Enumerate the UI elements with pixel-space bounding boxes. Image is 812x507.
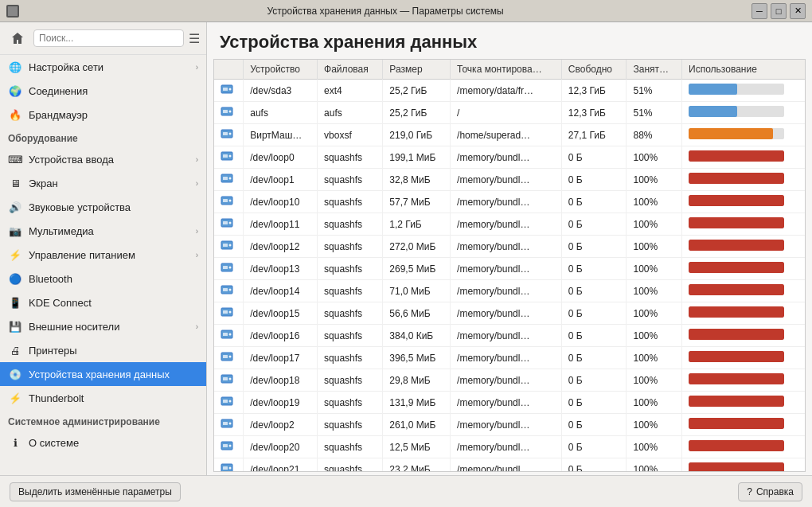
thunderbolt-icon: ⚡ <box>8 391 22 405</box>
device-cell: /dev/sda3 <box>244 80 318 102</box>
table-row[interactable]: /dev/loop12squashfs272,0 МиБ/memory/bund… <box>214 236 805 258</box>
device-type-icon <box>214 102 244 124</box>
sidebar-item-display[interactable]: 🖥Экран› <box>0 171 206 195</box>
table-row[interactable]: /dev/loop18squashfs29,8 МиБ/memory/bundl… <box>214 369 805 392</box>
sidebar-item-power[interactable]: ⚡Управление питанием› <box>0 243 206 267</box>
table-row[interactable]: /dev/loop20squashfs12,5 МиБ/memory/bundl… <box>214 436 805 458</box>
sidebar-item-printers[interactable]: 🖨Принтеры <box>0 338 206 362</box>
table-row[interactable]: /dev/loop14squashfs71,0 МиБ/memory/bundl… <box>214 280 805 302</box>
sidebar-item-connections[interactable]: 🌍Соединения <box>0 79 206 103</box>
column-header[interactable]: Устройство <box>244 60 318 80</box>
usage-bar <box>689 284 784 295</box>
usage-bar-cell <box>682 347 805 369</box>
column-header[interactable]: Занят… <box>627 60 682 80</box>
table-row[interactable]: /dev/loop10squashfs57,7 МиБ/memory/bundl… <box>214 191 805 213</box>
column-header[interactable]: Размер <box>383 60 451 80</box>
table-row[interactable]: ВиртМаш…vboxsf219,0 ГиБ/home/superad…27,… <box>214 124 805 146</box>
device-cell: /dev/loop19 <box>244 392 318 414</box>
table-row[interactable]: /dev/loop13squashfs269,5 МиБ/memory/bund… <box>214 258 805 280</box>
free-cell: 0 Б <box>561 325 627 347</box>
used-cell: 100% <box>627 191 682 213</box>
device-type-icon <box>214 236 244 258</box>
column-header[interactable] <box>214 60 244 80</box>
maximize-button[interactable]: □ <box>771 3 787 19</box>
usage-bar <box>689 329 784 340</box>
usage-bar-cell <box>682 302 805 325</box>
size-cell: 199,1 МиБ <box>383 146 451 169</box>
table-row[interactable]: /dev/loop15squashfs56,6 МиБ/memory/bundl… <box>214 302 805 325</box>
free-cell: 0 Б <box>561 236 627 258</box>
search-input[interactable] <box>33 29 184 47</box>
svg-point-48 <box>229 423 232 425</box>
sidebar-item-about[interactable]: ℹО системе <box>0 431 206 454</box>
column-header[interactable]: Свободно <box>561 60 627 80</box>
device-cell: /dev/loop11 <box>244 213 318 236</box>
free-cell: 12,3 ГиБ <box>561 102 627 124</box>
help-button[interactable]: ? Справка <box>738 482 802 501</box>
used-cell: 51% <box>627 80 682 102</box>
highlight-changes-button[interactable]: Выделить изменённые параметры <box>10 482 181 501</box>
sidebar-item-label: Устройства хранения данных <box>29 369 198 380</box>
usage-bar-container <box>689 84 784 95</box>
size-cell: 261,0 МиБ <box>383 414 451 436</box>
table-row[interactable]: /dev/loop11squashfs1,2 ГиБ/memory/bundl…… <box>214 213 805 236</box>
titlebar: Устройства хранения данных — Параметры с… <box>0 0 812 22</box>
storage-table-container[interactable]: УстройствоФайловаяРазмерТочка монтирова…… <box>213 59 806 472</box>
svg-rect-23 <box>223 244 228 247</box>
table-row[interactable]: /dev/loop21squashfs23,2 МиБ/memory/bundl… <box>214 458 805 473</box>
usage-bar-container <box>689 284 784 295</box>
size-cell: 272,0 МиБ <box>383 236 451 258</box>
sidebar-item-storage[interactable]: 💿Устройства хранения данных <box>0 362 206 386</box>
minimize-button[interactable]: ─ <box>751 3 767 19</box>
size-cell: 29,8 МиБ <box>383 369 451 392</box>
sidebar-item-kde-connect[interactable]: 📱KDE Connect <box>0 291 206 314</box>
about-icon: ℹ <box>8 435 22 450</box>
mount-cell: /memory/bundl… <box>451 258 562 280</box>
hamburger-button[interactable]: ☰ <box>189 31 200 46</box>
mount-cell: /memory/bundl… <box>451 347 562 369</box>
sidebar-item-thunderbolt[interactable]: ⚡Thunderbolt <box>0 386 206 410</box>
column-header[interactable]: Файловая <box>318 60 383 80</box>
usage-bar <box>689 351 784 362</box>
table-row[interactable]: aufsaufs25,2 ГиБ/12,3 ГиБ51% <box>214 102 805 124</box>
table-row[interactable]: /dev/loop17squashfs396,5 МиБ/memory/bund… <box>214 347 805 369</box>
fs-cell: squashfs <box>318 414 383 436</box>
sidebar-item-label: Принтеры <box>29 345 198 357</box>
column-header[interactable]: Точка монтирова… <box>451 60 562 80</box>
svg-rect-44 <box>223 400 228 403</box>
table-row[interactable]: /dev/loop16squashfs384,0 КиБ/memory/bund… <box>214 325 805 347</box>
table-row[interactable]: /dev/loop19squashfs131,9 МиБ/memory/bund… <box>214 392 805 414</box>
home-button[interactable] <box>6 27 29 49</box>
table-row[interactable]: /dev/loop0squashfs199,1 МиБ/memory/bundl… <box>214 146 805 169</box>
device-cell: /dev/loop20 <box>244 436 318 458</box>
sidebar-item-audio[interactable]: 🔊Звуковые устройства <box>0 195 206 219</box>
audio-icon: 🔊 <box>8 200 22 214</box>
usage-bar-cell <box>682 458 805 473</box>
mount-cell: /memory/bundl… <box>451 414 562 436</box>
sidebar-item-bluetooth[interactable]: 🔵Bluetooth <box>0 267 206 291</box>
sidebar-item-firewall[interactable]: 🔥Брандмауэр <box>0 103 206 127</box>
mount-cell: /memory/bundl… <box>451 392 562 414</box>
sidebar-item-network[interactable]: 🌐Настройка сети› <box>0 55 206 79</box>
table-row[interactable]: /dev/loop1squashfs32,8 МиБ/memory/bundl…… <box>214 169 805 191</box>
table-row[interactable]: /dev/sda3ext425,2 ГиБ/memory/data/fr…12,… <box>214 80 805 102</box>
storage-table: УстройствоФайловаяРазмерТочка монтирова…… <box>214 60 805 472</box>
usage-bar-container <box>689 418 784 429</box>
sidebar-item-label: О системе <box>29 437 198 449</box>
sidebar-item-label: Звуковые устройства <box>29 201 198 213</box>
column-header[interactable]: Использование <box>682 60 805 80</box>
close-button[interactable]: ✕ <box>790 3 806 19</box>
usage-bar-cell <box>682 436 805 458</box>
used-cell: 100% <box>627 258 682 280</box>
bottom-bar: Выделить изменённые параметры ? Справка <box>0 475 812 507</box>
used-cell: 100% <box>627 236 682 258</box>
sidebar-item-multimedia[interactable]: 📷Мультимедиа› <box>0 219 206 243</box>
fs-cell: squashfs <box>318 369 383 392</box>
free-cell: 0 Б <box>561 258 627 280</box>
sidebar-item-input[interactable]: ⌨Устройства ввода› <box>0 147 206 171</box>
table-row[interactable]: /dev/loop2squashfs261,0 МиБ/memory/bundl… <box>214 414 805 436</box>
sidebar-item-removable[interactable]: 💾Внешние носители› <box>0 314 206 338</box>
device-type-icon <box>214 146 244 169</box>
mount-cell: /memory/bundl… <box>451 325 562 347</box>
usage-bar-cell <box>682 258 805 280</box>
